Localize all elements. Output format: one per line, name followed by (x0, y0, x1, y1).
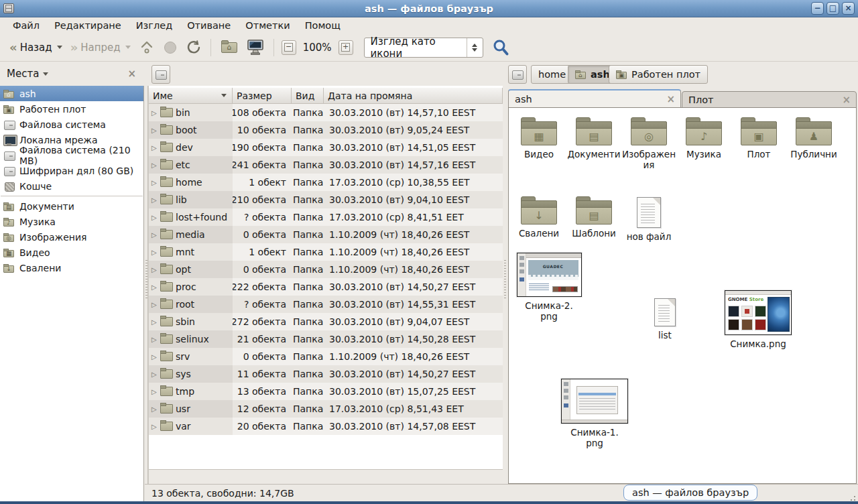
maximize-button[interactable]: □ (826, 2, 839, 15)
menu-item[interactable]: Файл (5, 19, 47, 32)
menu-item[interactable]: Отиване (180, 19, 238, 32)
home-button[interactable]: ⌂ (221, 42, 237, 53)
image-item-snimka1[interactable]: Снимка-1. png (560, 379, 629, 448)
sidebar-item[interactable]: Шифриран дял (80 GB) (0, 163, 143, 178)
expander-icon[interactable]: ▷ (151, 301, 158, 308)
image-item-snimka2[interactable]: GUADEC Снимка-2. png (515, 253, 583, 322)
places-header[interactable]: Места × (0, 62, 144, 86)
path-button-home[interactable]: home (531, 65, 573, 84)
sidebar-item[interactable]: ⌂ ash (0, 86, 143, 101)
menu-item[interactable]: Редактиране (47, 19, 129, 32)
column-header-type[interactable]: Вид (292, 88, 324, 103)
menu-item[interactable]: Изглед (129, 19, 180, 32)
sidebar-item[interactable]: ♪ Музика (0, 214, 143, 229)
folder-item[interactable]: ↓ Свалени (511, 194, 566, 239)
table-row[interactable]: ▷tmp 13 обекта Папка 30.03.2010 (вт) 15,… (149, 383, 503, 400)
expander-icon[interactable]: ▷ (151, 179, 158, 186)
folder-item[interactable]: ♪ Музика (676, 115, 731, 170)
table-row[interactable]: ▷usr 12 обекта Папка 17.03.2010 (ср) 8,5… (149, 400, 503, 418)
zoom-out-button[interactable]: − (282, 40, 296, 55)
back-dropdown-icon[interactable] (57, 46, 62, 49)
expander-icon[interactable]: ▷ (151, 266, 158, 273)
column-header-size[interactable]: Размер (233, 88, 292, 103)
table-row[interactable]: ▷etc 241 обекта Папка 30.03.2010 (вт) 14… (149, 156, 503, 174)
panes-splitter[interactable] (503, 86, 508, 484)
expander-icon[interactable]: ▷ (151, 371, 158, 378)
tree-scrollbar-area[interactable] (149, 469, 503, 484)
file-item-new-file[interactable]: нов файл (621, 197, 676, 242)
path-button-desktop[interactable]: ▣ Работен плот (609, 65, 708, 84)
table-row[interactable]: ▷lib 210 обекта Папка 30.03.2010 (вт) 9,… (149, 191, 503, 208)
menu-item[interactable]: Отметки (238, 19, 297, 32)
table-row[interactable]: ▷root ? обекта Папка 30.03.2010 (вт) 14,… (149, 296, 503, 313)
expander-icon[interactable]: ▷ (151, 127, 158, 134)
search-button[interactable] (491, 38, 510, 57)
expander-icon[interactable]: ▷ (151, 109, 158, 117)
table-row[interactable]: ▷dev 190 обекта Папка 30.03.2010 (вт) 14… (149, 139, 503, 156)
menu-item[interactable]: Помощ (298, 19, 348, 32)
table-row[interactable]: ▷srv 0 обекта Папка 1.10.2009 (чт) 18,40… (149, 348, 503, 365)
folder-item[interactable]: ▤ Шаблони (566, 194, 621, 239)
expander-icon[interactable]: ▷ (151, 214, 158, 221)
folder-item[interactable]: ♟ Публични (786, 115, 841, 170)
tab-close-icon[interactable]: × (666, 93, 675, 105)
folder-item[interactable]: ▣ Плот (731, 115, 786, 170)
folder-item[interactable]: ▦ Видео (511, 115, 566, 170)
expander-icon[interactable]: ▷ (151, 144, 158, 151)
column-header-name[interactable]: Име (149, 88, 233, 103)
sidebar-item[interactable]: ▤ Документи (0, 198, 143, 214)
expander-icon[interactable]: ▷ (151, 318, 158, 326)
table-row[interactable]: ▷selinux 21 обекта Папка 30.03.2010 (вт)… (149, 330, 503, 348)
expander-icon[interactable]: ▷ (151, 388, 158, 395)
sidebar-item[interactable]: Кошче (0, 178, 143, 194)
sidebar-item[interactable]: ↓ Свалени (0, 260, 143, 275)
zoom-in-button[interactable]: + (339, 40, 353, 55)
expander-icon[interactable]: ▷ (151, 423, 158, 430)
table-row[interactable]: ▷mnt 1 обект Папка 1.10.2009 (чт) 18,40,… (149, 243, 503, 261)
sidebar-item[interactable]: Файлова система (0, 117, 143, 132)
sidebar-item[interactable]: ◎ Изображения (0, 229, 143, 245)
minimize-button[interactable]: − (811, 2, 824, 15)
tab-ash[interactable]: ash × (508, 89, 681, 108)
resize-grip[interactable] (849, 495, 856, 501)
sidebar-item[interactable]: ▣ Работен плот (0, 101, 143, 117)
tree-root-button[interactable] (151, 65, 170, 84)
places-close-icon[interactable]: × (127, 68, 136, 80)
icon-view[interactable]: ▦ Видео ▤ Документи ◎ Изображен ия ♪ Муз… (508, 107, 857, 484)
table-row[interactable]: ▷var 20 обекта Папка 30.03.2010 (вт) 14,… (149, 418, 503, 435)
sidebar-item[interactable]: ▦ Видео (0, 245, 143, 260)
view-mode-select[interactable]: Изглед като икони (364, 38, 483, 58)
titlebar[interactable]: ash — файлов браузър − □ × (0, 0, 858, 17)
expander-icon[interactable]: ▷ (151, 353, 158, 361)
expander-icon[interactable]: ▷ (151, 162, 158, 169)
table-row[interactable]: ▷proc 222 обекта Папка 30.03.2010 (вт) 1… (149, 278, 503, 296)
table-row[interactable]: ▷sbin 272 обекта Папка 30.03.2010 (вт) 9… (149, 313, 503, 330)
expander-icon[interactable]: ▷ (151, 336, 158, 343)
table-row[interactable]: ▷media 0 обекта Папка 1.10.2009 (чт) 18,… (149, 226, 503, 243)
table-row[interactable]: ▷lost+found ? обекта Папка 17.03.2010 (с… (149, 208, 503, 226)
file-item-list[interactable]: list (637, 298, 692, 340)
expander-icon[interactable]: ▷ (151, 231, 158, 239)
back-button[interactable]: « Назад (5, 40, 66, 56)
tab-plot[interactable]: Плот × (682, 91, 857, 108)
expander-icon[interactable]: ▷ (151, 405, 158, 413)
combo-spinner-icon[interactable] (467, 38, 483, 57)
folder-item[interactable]: ▤ Документи (566, 115, 621, 170)
expander-icon[interactable]: ▷ (151, 284, 158, 291)
table-row[interactable]: ▷opt 0 обекта Папка 1.10.2009 (чт) 18,40… (149, 261, 503, 278)
table-row[interactable]: ▷sys 11 обекта Папка 30.03.2010 (вт) 14,… (149, 365, 503, 383)
expander-icon[interactable]: ▷ (151, 196, 158, 204)
table-row[interactable]: ▷home 1 обект Папка 17.03.2010 (ср) 10,3… (149, 174, 503, 191)
folder-item[interactable]: ◎ Изображен ия (621, 115, 676, 170)
close-button[interactable]: × (842, 2, 855, 15)
table-row[interactable]: ▷bin 108 обекта Папка 30.03.2010 (вт) 14… (149, 104, 503, 121)
reload-button[interactable] (186, 40, 202, 56)
go-up-button[interactable] (139, 40, 155, 56)
column-header-date[interactable]: Дата на промяна (324, 88, 503, 103)
tab-close-icon[interactable]: × (842, 94, 851, 106)
sidebar-item[interactable]: Файлова система (210 MB) (0, 147, 143, 163)
places-dropdown-icon[interactable] (43, 72, 48, 76)
path-root-button[interactable] (508, 65, 527, 84)
expander-icon[interactable]: ▷ (151, 249, 158, 256)
table-row[interactable]: ▷boot 10 обекта Папка 30.03.2010 (вт) 9,… (149, 121, 503, 139)
